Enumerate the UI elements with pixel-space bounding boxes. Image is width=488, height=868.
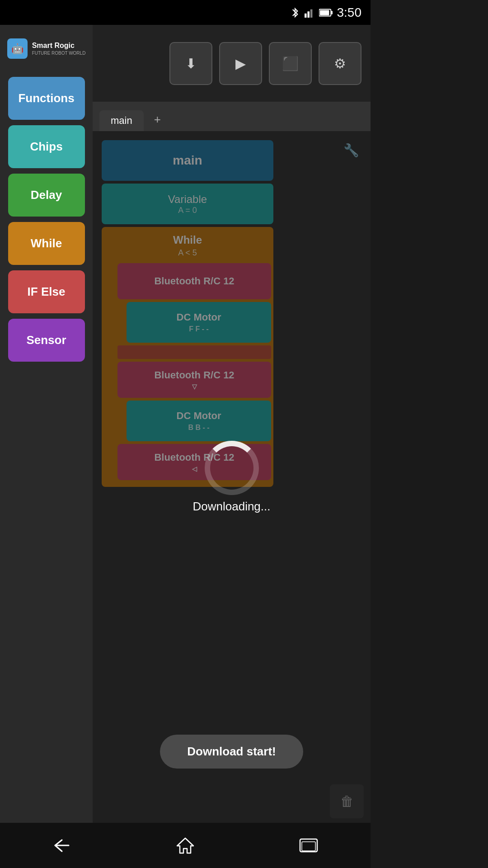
recents-btn[interactable] — [291, 832, 327, 859]
svg-rect-8 — [300, 839, 317, 852]
sidebar-item-ifelse[interactable]: IF Else — [8, 270, 85, 313]
sidebar-item-chips[interactable]: Chips — [8, 125, 85, 168]
bottom-nav — [0, 823, 371, 868]
download-overlay: Downloading... Download start! — [93, 131, 371, 823]
sidebar: 🤖 Smart Rogic FUTURE ROBOT WORLD Functio… — [0, 25, 93, 823]
status-time: 3:50 — [337, 5, 362, 20]
play-btn[interactable]: ▶ — [219, 42, 262, 85]
svg-rect-1 — [307, 11, 310, 18]
signal-icon — [305, 7, 314, 18]
svg-marker-7 — [177, 838, 193, 853]
logo-icon: 🤖 — [7, 38, 28, 59]
main-layout: 🤖 Smart Rogic FUTURE ROBOT WORLD Functio… — [0, 25, 371, 823]
svg-rect-5 — [331, 11, 333, 14]
spinner — [205, 441, 259, 495]
content-area: ⬇ ▶ ⬛ ⚙ main + 🔧 main Variable — [93, 25, 371, 823]
sidebar-item-delay[interactable]: Delay — [8, 174, 85, 217]
svg-rect-9 — [302, 842, 315, 851]
download-start-btn[interactable]: Download start! — [160, 735, 303, 769]
svg-rect-0 — [305, 13, 307, 17]
bluetooth-icon — [290, 6, 300, 19]
battery-icon — [319, 8, 333, 17]
tab-main[interactable]: main — [99, 110, 144, 131]
status-icons: 3:50 — [290, 5, 362, 20]
toolbar: ⬇ ▶ ⬛ ⚙ — [93, 25, 371, 102]
back-btn[interactable] — [44, 832, 80, 859]
brand-name: Smart Rogic — [32, 41, 86, 51]
svg-rect-4 — [319, 10, 329, 15]
downloading-text: Downloading... — [193, 500, 271, 514]
svg-rect-2 — [310, 9, 312, 17]
sidebar-item-sensor[interactable]: Sensor — [8, 319, 85, 362]
logo-area: 🤖 Smart Rogic FUTURE ROBOT WORLD — [7, 34, 86, 63]
settings-btn[interactable]: ⚙ — [319, 42, 361, 85]
sidebar-item-while[interactable]: While — [8, 222, 85, 265]
logo-text: Smart Rogic FUTURE ROBOT WORLD — [32, 41, 86, 57]
status-bar: 3:50 — [0, 0, 371, 25]
sidebar-item-functions[interactable]: Functions — [8, 77, 85, 120]
download-btn[interactable]: ⬇ — [169, 42, 212, 85]
brand-sub: FUTURE ROBOT WORLD — [32, 50, 86, 56]
home-btn[interactable] — [167, 832, 203, 859]
tab-add-btn[interactable]: + — [146, 108, 169, 131]
stop-btn[interactable]: ⬛ — [269, 42, 312, 85]
canvas-area[interactable]: 🔧 main Variable A = 0 While A < 5 B — [93, 131, 371, 823]
tab-bar: main + — [93, 102, 371, 131]
